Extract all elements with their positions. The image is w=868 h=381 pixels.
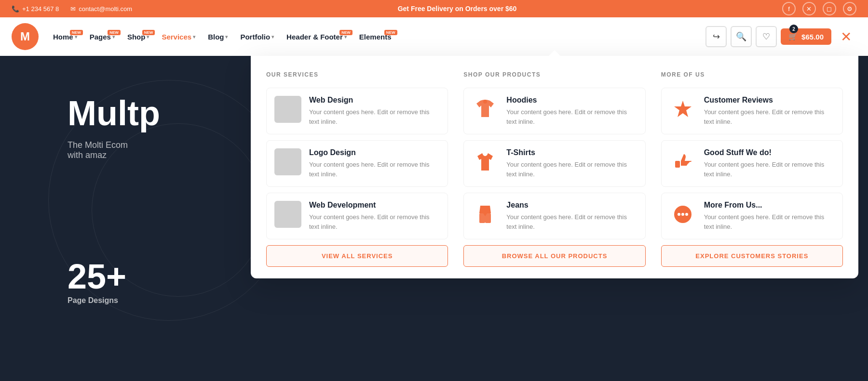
chevron-icon: ▾ xyxy=(225,34,228,39)
nav-item-shop[interactable]: Shop NEW ▾ xyxy=(122,29,154,45)
chevron-icon: ▾ xyxy=(271,34,274,39)
signin-button[interactable]: ↪ xyxy=(705,26,727,47)
hoodies-title: Hoodies xyxy=(506,96,637,105)
behance-icon[interactable]: ⚙ xyxy=(843,2,856,15)
phone-link[interactable]: 📞 +1 234 567 8 xyxy=(12,5,59,13)
logo-design-title: Logo Design xyxy=(309,148,440,157)
web-dev-body: Web Development Your content goes here. … xyxy=(309,201,440,231)
web-design-desc: Your content goes here. Edit or remove t… xyxy=(309,107,440,126)
col2-title: SHOP OUR PRODUCTS xyxy=(463,71,645,78)
nav-item-blog[interactable]: Blog ▾ xyxy=(203,29,232,45)
hoodie-icon-wrap xyxy=(472,96,499,123)
jeans-desc: Your content goes here. Edit or remove t… xyxy=(506,212,637,231)
wishlist-button[interactable]: ♡ xyxy=(756,26,777,47)
email-icon: ✉ xyxy=(70,5,76,13)
cart-icon: 🛒 xyxy=(788,32,798,41)
web-dev-desc: Your content goes here. Edit or remove t… xyxy=(309,212,440,231)
web-dev-thumb xyxy=(274,201,301,228)
hero-stat: 25+ Page Designs xyxy=(68,257,160,305)
more-reviews[interactable]: Customer Reviews Your content goes here.… xyxy=(661,88,843,134)
nav-actions: ↪ 🔍 ♡ 2 🛒 $65.00 ✕ xyxy=(705,26,856,47)
instagram-icon[interactable]: ◻ xyxy=(823,2,836,15)
jeans-icon-wrap xyxy=(472,201,499,228)
menu-column-services: OUR SERVICES Web Design Your content goe… xyxy=(266,71,448,267)
heart-icon: ♡ xyxy=(762,31,770,42)
hoodie-icon xyxy=(473,97,498,122)
nav-item-home[interactable]: Home NEW ▾ xyxy=(48,29,82,45)
web-design-icon xyxy=(274,96,301,123)
logo[interactable]: M xyxy=(12,23,39,50)
jeans-body: Jeans Your content goes here. Edit or re… xyxy=(506,201,637,231)
col1-title: OUR SERVICES xyxy=(266,71,448,78)
reviews-title: Customer Reviews xyxy=(704,96,835,105)
phone-icon: 📞 xyxy=(12,5,19,13)
cart-amount: $65.00 xyxy=(801,33,824,41)
hero-title: Multp xyxy=(68,94,160,132)
good-stuff-title: Good Stuff We do! xyxy=(704,148,835,157)
explore-stories-button[interactable]: EXPLORE CUSTOMERS STORIES xyxy=(661,245,843,267)
hoodies-desc: Your content goes here. Edit or remove t… xyxy=(506,107,637,126)
logo-design-thumb xyxy=(274,148,301,175)
svg-point-7 xyxy=(681,213,684,216)
search-icon: 🔍 xyxy=(736,31,746,42)
menu-column-products: SHOP OUR PRODUCTS Hoodies Your content g… xyxy=(463,71,645,267)
close-button[interactable]: ✕ xyxy=(835,26,856,47)
web-design-thumb xyxy=(274,96,301,123)
cart-count: 2 xyxy=(789,25,798,33)
svg-rect-4 xyxy=(675,161,680,168)
facebook-icon[interactable]: f xyxy=(782,2,796,15)
tshirts-body: T-Shirts Your content goes here. Edit or… xyxy=(506,148,637,179)
browse-products-button[interactable]: BROWSE ALL OUR PRODUCTS xyxy=(463,245,645,267)
logo-design-body: Logo Design Your content goes here. Edit… xyxy=(309,148,440,179)
product-jeans[interactable]: Jeans Your content goes here. Edit or re… xyxy=(463,193,645,239)
more-from-us-desc: Your content goes here. Edit or remove t… xyxy=(704,212,835,231)
tshirt-icon xyxy=(473,149,498,174)
more-from-us-title: More From Us... xyxy=(704,201,835,210)
hero-subtitle: The Molti Ecomwith amaz xyxy=(68,140,160,160)
nav-item-header-footer[interactable]: Header & Footer NEW ▾ xyxy=(282,29,352,45)
more-good-stuff[interactable]: Good Stuff We do! Your content goes here… xyxy=(661,140,843,187)
service-web-design[interactable]: Web Design Your content goes here. Edit … xyxy=(266,88,448,134)
product-tshirts[interactable]: T-Shirts Your content goes here. Edit or… xyxy=(463,140,645,187)
new-badge-elements: NEW xyxy=(384,30,397,35)
nav-links: Home NEW ▾ Pages NEW ▾ Shop NEW ▾ Servic… xyxy=(48,29,396,45)
nav-item-pages[interactable]: Pages NEW ▾ xyxy=(85,29,120,45)
top-bar-left: 📞 +1 234 567 8 ✉ contact@molti.com xyxy=(12,5,132,13)
social-links: f ✕ ◻ ⚙ xyxy=(782,2,856,15)
nav-item-elements[interactable]: Elements NEW xyxy=(354,29,396,45)
email-link[interactable]: ✉ contact@molti.com xyxy=(70,5,132,13)
top-bar: 📞 +1 234 567 8 ✉ contact@molti.com Get F… xyxy=(0,0,868,17)
product-hoodies[interactable]: Hoodies Your content goes here. Edit or … xyxy=(463,88,645,134)
svg-rect-2 xyxy=(485,213,491,223)
hero-stat-number: 25+ xyxy=(68,257,160,296)
thumbup-icon xyxy=(670,149,695,174)
cart-button[interactable]: 2 🛒 $65.00 xyxy=(781,28,831,45)
signin-icon: ↪ xyxy=(713,31,720,42)
svg-rect-1 xyxy=(479,213,485,223)
service-web-dev[interactable]: Web Development Your content goes here. … xyxy=(266,193,448,239)
logo-design-icon xyxy=(274,148,301,175)
new-badge-pages: NEW xyxy=(108,30,121,35)
service-logo-design[interactable]: Logo Design Your content goes here. Edit… xyxy=(266,140,448,187)
search-button[interactable]: 🔍 xyxy=(731,26,752,47)
web-dev-icon xyxy=(274,201,301,228)
nav-item-portfolio[interactable]: Portfolio ▾ xyxy=(235,29,279,45)
chevron-icon: ▾ xyxy=(193,34,195,39)
tshirt-icon-wrap xyxy=(472,148,499,175)
hero-stat-label: Page Designs xyxy=(68,296,160,305)
view-all-services-button[interactable]: VIEW ALL SERVICES xyxy=(266,245,448,267)
svg-marker-3 xyxy=(674,101,692,117)
menu-column-more: MORE OF US Customer Reviews Your content… xyxy=(661,71,843,267)
nav-item-services[interactable]: Services ▾ xyxy=(157,29,200,45)
twitter-icon[interactable]: ✕ xyxy=(802,2,816,15)
new-badge-home: NEW xyxy=(70,30,83,35)
logo-design-desc: Your content goes here. Edit or remove t… xyxy=(309,160,440,179)
web-design-body: Web Design Your content goes here. Edit … xyxy=(309,96,440,126)
thumbup-icon-wrap xyxy=(669,148,696,175)
star-icon xyxy=(670,97,695,122)
star-icon-wrap xyxy=(669,96,696,123)
more-from-us[interactable]: More From Us... Your content goes here. … xyxy=(661,193,843,239)
svg-point-6 xyxy=(678,213,680,216)
new-badge-shop: NEW xyxy=(142,30,155,35)
new-badge-hf: NEW xyxy=(339,30,353,35)
